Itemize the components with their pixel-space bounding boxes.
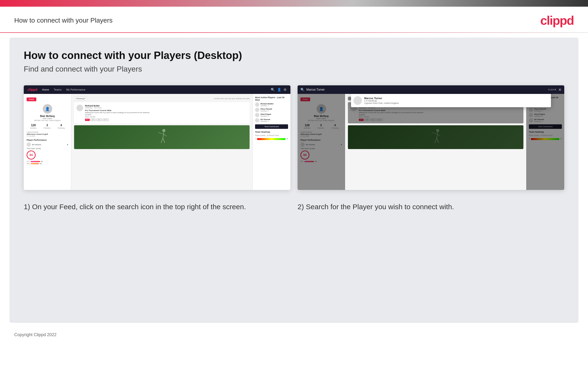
tag-ott: OTT bbox=[85, 119, 90, 121]
hiral-2: Hiral PujaraActivities: 3 bbox=[529, 113, 562, 117]
step-2-text: 2) Search for the Player you wish to con… bbox=[298, 202, 564, 212]
svg-line-3 bbox=[163, 138, 165, 143]
copyright: Copyright Clippd 2022 bbox=[14, 332, 57, 337]
tag-arg: ARG bbox=[97, 119, 102, 121]
mock-profile-section: 👤 Blair McHarg Golf Coach Mill Ride Golf… bbox=[26, 104, 68, 121]
search-bar: 🔍 Marcus Turner CLEAR ✕ bbox=[298, 85, 564, 94]
mock-logo-1: clippd bbox=[27, 88, 37, 92]
most-active-title: Most Active Players - Last 30 days bbox=[255, 96, 288, 101]
golfer-2 bbox=[348, 125, 523, 149]
svg-line-11 bbox=[438, 134, 440, 136]
player-performance-label: Player Performance bbox=[26, 139, 68, 141]
piers-2: Piers ParnellActivities: 4 bbox=[529, 108, 562, 112]
followers-count: 3 bbox=[44, 124, 51, 127]
step-1-text: 1) On your Feed, click on the search ico… bbox=[24, 202, 290, 212]
search-icon[interactable]: 🔍 bbox=[271, 88, 275, 92]
feed-tab-2: Feed bbox=[300, 97, 310, 101]
mock-nav-home[interactable]: Home bbox=[42, 88, 49, 91]
richard-avatar bbox=[77, 105, 83, 111]
profile-role: Golf Coach bbox=[26, 118, 68, 120]
mock-body-2-bg: Feed 👤 Blair McHarg Golf Coach Mill Ride… bbox=[298, 94, 564, 190]
mock-nav-icons: 🔍 👤 ⚙ bbox=[271, 88, 287, 92]
profile-name: Blair McHarg bbox=[26, 115, 68, 118]
activity-duration-label: Duration bbox=[85, 114, 247, 116]
marcus-avatar bbox=[353, 96, 362, 105]
avatar-2: 👤 bbox=[316, 104, 326, 114]
name-2: Blair McHarg bbox=[300, 115, 342, 118]
hiral-mini-avatar bbox=[255, 113, 259, 117]
date-2: Yesterday · The Grove bbox=[359, 107, 521, 109]
heatmap-2: Team Heatmap Player Quality · 20 Round T… bbox=[529, 131, 562, 140]
activity-title: Pre Tournament Course Walk bbox=[85, 109, 247, 111]
heatmap-title: Team Heatmap bbox=[255, 131, 288, 133]
stat-following: 4 Following bbox=[58, 124, 65, 129]
player-richard: Richard Butler Activities: 7 bbox=[255, 102, 288, 107]
team-btn-2: Team Dashboard bbox=[529, 124, 562, 129]
svg-line-10 bbox=[432, 132, 438, 134]
svg-line-4 bbox=[158, 132, 164, 134]
activity-date-location: Yesterday · The Grove bbox=[85, 107, 247, 109]
duration-label-2: Duration bbox=[359, 114, 521, 116]
mock-nav-1: clippd Home Teams My Performance 🔍 👤 ⚙ bbox=[24, 85, 290, 94]
club-2: Mill Ride Golf Club, United Kingdom bbox=[300, 120, 342, 121]
feed-tab[interactable]: Feed bbox=[26, 97, 36, 101]
mock-nav-teams[interactable]: Teams bbox=[54, 88, 61, 91]
eli-row-2: Eli Vincent ▾ bbox=[300, 142, 342, 147]
eli-name: Eli Vincent bbox=[32, 144, 41, 146]
piers-mini-2 bbox=[529, 108, 533, 112]
screenshot-2: clippd Home Teams My Performance Feed 👤 … bbox=[298, 85, 564, 190]
search-input-display[interactable]: Marcus Turner bbox=[306, 88, 546, 91]
search-result-marcus[interactable]: Marcus Turner 1-5 Handicap Cypress Point… bbox=[353, 96, 549, 105]
activity-description: Walking the course with my coach to buil… bbox=[85, 112, 247, 113]
svg-line-7 bbox=[437, 132, 438, 138]
desc-2: Walking the course with my coach to buil… bbox=[359, 112, 521, 113]
page-title: How to connect with your Players bbox=[14, 17, 113, 24]
stats-2: 129Activities 3Followers 4Following bbox=[300, 124, 342, 129]
marcus-club: Cypress Point Club, United Kingdom bbox=[364, 102, 399, 104]
search-close-btn[interactable]: ✕ bbox=[558, 87, 562, 92]
tag-app: APP bbox=[90, 119, 96, 121]
activities-count: 129 bbox=[30, 124, 37, 127]
center-2-bg: Following ▾ Control who can see your act… bbox=[345, 94, 526, 190]
search-clear-btn[interactable]: CLEAR bbox=[548, 88, 556, 91]
player-hiral: Hiral Pujara Activities: 3 bbox=[255, 113, 288, 117]
svg-point-6 bbox=[436, 129, 439, 132]
activity-tags: OTT APP ARG PUTT bbox=[85, 119, 247, 121]
search-bar-icon: 🔍 bbox=[300, 88, 304, 92]
mock-app-2: clippd Home Teams My Performance Feed 👤 … bbox=[298, 85, 564, 190]
pre-tournament-2: Pre Tournament Course Walk bbox=[359, 109, 521, 111]
team-dashboard-btn[interactable]: Team Dashboard bbox=[255, 124, 288, 129]
steps-row: 1) On your Feed, click on the search ico… bbox=[24, 202, 564, 212]
marcus-info: Marcus Turner 1-5 Handicap Cypress Point… bbox=[364, 97, 399, 104]
team-heatmap-section: Team Heatmap Player Quality · 20 Round T… bbox=[255, 131, 288, 140]
hiral-info: Hiral Pujara Activities: 3 bbox=[261, 113, 271, 117]
screenshots-row: clippd Home Teams My Performance 🔍 👤 ⚙ F… bbox=[24, 85, 564, 190]
hiral-mini-2 bbox=[529, 113, 533, 117]
richard-mini-avatar bbox=[255, 102, 259, 107]
piers-mini-avatar bbox=[255, 108, 259, 112]
mock-app-1: clippd Home Teams My Performance 🔍 👤 ⚙ F… bbox=[24, 85, 290, 190]
settings-icon[interactable]: ⚙ bbox=[284, 88, 287, 92]
profile-icon[interactable]: 👤 bbox=[277, 88, 281, 92]
stat-activities: 129 Activities bbox=[30, 124, 37, 129]
svg-point-0 bbox=[162, 129, 165, 132]
eli-mini-2 bbox=[529, 118, 533, 122]
screenshot-1: clippd Home Teams My Performance 🔍 👤 ⚙ F… bbox=[24, 85, 290, 190]
control-link[interactable]: Control who can see your activity and da… bbox=[214, 97, 250, 100]
following-count: 4 bbox=[58, 124, 65, 127]
activity-duration-value: 02 hr : 00 min bbox=[85, 116, 247, 118]
mock-right-panel-1: Most Active Players - Last 30 days Richa… bbox=[253, 94, 290, 190]
mock-center-panel-1: Following ▾ Control who can see your act… bbox=[71, 94, 253, 190]
svg-line-2 bbox=[161, 138, 163, 143]
mock-nav-performance[interactable]: My Performance bbox=[66, 88, 86, 91]
search-dropdown: Marcus Turner 1-5 Handicap Cypress Point… bbox=[351, 94, 551, 107]
tags-2: OTT APP ARG PUTT bbox=[359, 119, 521, 121]
eli-2: Eli VincentActivities: 1 bbox=[529, 118, 562, 122]
piers-info: Piers Parnell Activities: 4 bbox=[261, 108, 272, 112]
player-row-eli: Eli Vincent ▾ bbox=[26, 142, 68, 147]
following-row: Following ▾ Control who can see your act… bbox=[74, 97, 250, 100]
golfer-image bbox=[74, 125, 250, 149]
activity-person-name: Richard Butler bbox=[85, 105, 247, 107]
quality-score: 84 bbox=[26, 150, 36, 159]
following-btn[interactable]: Following ▾ bbox=[74, 97, 87, 100]
